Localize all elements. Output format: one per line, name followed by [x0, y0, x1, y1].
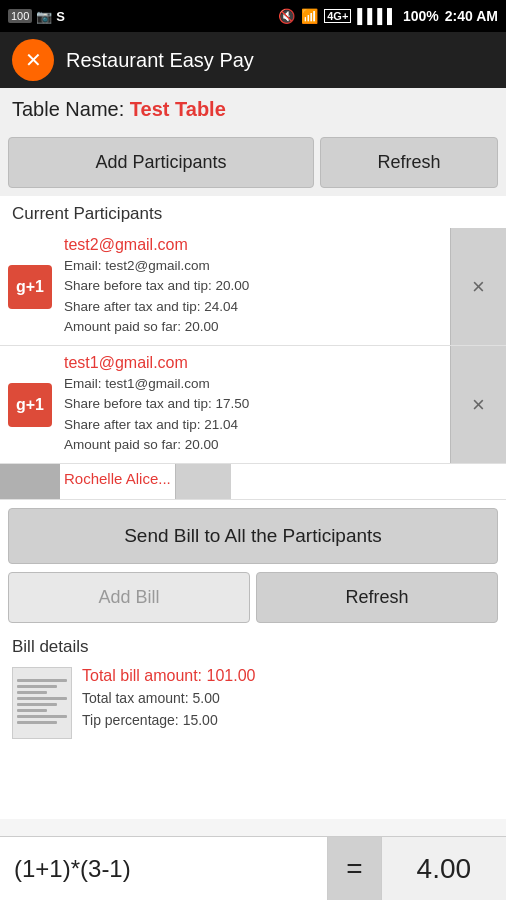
participant-share-before-1: Share before tax and tip: 20.00 [64, 276, 446, 296]
bill-thumbnail [12, 667, 72, 739]
participant-avatar-1: g+1 [0, 228, 60, 345]
table-name-value: Test Table [130, 98, 226, 120]
s-icon: S [56, 9, 65, 24]
camera-icon: 📷 [36, 9, 52, 24]
app-bar: ✕ Restaurant Easy Pay [0, 32, 506, 88]
equals-icon: = [346, 853, 362, 885]
main-content: Table Name: Test Table Add Participants … [0, 88, 506, 819]
send-bill-button[interactable]: Send Bill to All the Participants [8, 508, 498, 564]
status-bar-right: 🔇 📶 4G+ ▌▌▌▌ 100% 2:40 AM [278, 8, 498, 24]
participant-amount-paid-2: Amount paid so far: 20.00 [64, 435, 446, 455]
partial-avatar [0, 464, 60, 500]
participant-avatar-2: g+1 [0, 346, 60, 463]
thumb-line-6 [17, 709, 47, 712]
thumb-line-1 [17, 679, 67, 682]
bill-thumbnail-lines [13, 675, 71, 731]
participant-share-before-2: Share before tax and tip: 17.50 [64, 394, 446, 414]
participant-email-detail-2: Email: test1@gmail.com [64, 374, 446, 394]
participant-share-after-1: Share after tax and tip: 24.04 [64, 297, 446, 317]
bill-total-amount: Total bill amount: 101.00 [82, 667, 494, 685]
bill-details-row: Total bill amount: 101.00 Total tax amou… [0, 661, 506, 749]
thumb-line-3 [17, 691, 47, 694]
bill-buttons-row: Add Bill Refresh [0, 568, 506, 631]
calc-spacer [0, 749, 506, 819]
app-title: Restaurant Easy Pay [66, 49, 254, 72]
lte-icon: 4G+ [324, 9, 351, 23]
notification-icon: 100 [8, 9, 32, 23]
calculator-result: 4.00 [382, 837, 506, 900]
thumb-line-2 [17, 685, 57, 688]
close-icon-2: × [472, 392, 485, 418]
status-bar-left: 100 📷 S [8, 9, 65, 24]
thumb-line-4 [17, 697, 67, 700]
participant-item: g+1 test2@gmail.com Email: test2@gmail.c… [0, 228, 506, 346]
time-display: 2:40 AM [445, 8, 498, 24]
participant-share-after-2: Share after tax and tip: 21.04 [64, 415, 446, 435]
remove-participant-2-button[interactable]: × [450, 346, 506, 463]
close-icon-1: × [472, 274, 485, 300]
top-buttons-row: Add Participants Refresh [0, 129, 506, 196]
gplus-icon-2: g+1 [8, 383, 52, 427]
bill-tip-percentage: Tip percentage: 15.00 [82, 709, 494, 731]
participant-email-2: test1@gmail.com [64, 354, 446, 372]
refresh-top-button[interactable]: Refresh [320, 137, 498, 188]
gplus-icon-1: g+1 [8, 265, 52, 309]
thumb-line-7 [17, 715, 67, 718]
participant-info-2: test1@gmail.com Email: test1@gmail.com S… [60, 346, 450, 463]
participant-email-detail-1: Email: test2@gmail.com [64, 256, 446, 276]
current-participants-label: Current Participants [0, 196, 506, 228]
gplus-label-1: g+1 [16, 278, 44, 296]
thumb-line-8 [17, 721, 57, 724]
mute-icon: 🔇 [278, 8, 295, 24]
participant-amount-paid-1: Amount paid so far: 20.00 [64, 317, 446, 337]
status-bar: 100 📷 S 🔇 📶 4G+ ▌▌▌▌ 100% 2:40 AM [0, 0, 506, 32]
bill-info: Total bill amount: 101.00 Total tax amou… [82, 667, 494, 732]
calculator-bar: = 4.00 [0, 836, 506, 900]
wifi-icon: 📶 [301, 8, 318, 24]
add-bill-button[interactable]: Add Bill [8, 572, 250, 623]
app-icon: ✕ [12, 39, 54, 81]
remove-participant-1-button[interactable]: × [450, 228, 506, 345]
battery-icon: 100% [403, 8, 439, 24]
participant-email-1: test2@gmail.com [64, 236, 446, 254]
gplus-label-2: g+1 [16, 396, 44, 414]
signal-icon: ▌▌▌▌ [357, 8, 397, 24]
partial-info: Rochelle Alice... [60, 464, 175, 493]
bill-tax-amount: Total tax amount: 5.00 [82, 687, 494, 709]
table-name-label: Table Name: [12, 98, 124, 120]
bill-details-label: Bill details [0, 631, 506, 661]
calculator-expression-input[interactable] [0, 837, 328, 900]
partial-remove [175, 464, 231, 500]
thumb-line-5 [17, 703, 57, 706]
refresh-bottom-button[interactable]: Refresh [256, 572, 498, 623]
add-participants-button[interactable]: Add Participants [8, 137, 314, 188]
restaurant-icon: ✕ [25, 48, 42, 72]
participant-partial: Rochelle Alice... [0, 464, 506, 500]
calculator-equals-button[interactable]: = [328, 837, 382, 900]
table-name-row: Table Name: Test Table [0, 88, 506, 129]
participant-item-2: g+1 test1@gmail.com Email: test1@gmail.c… [0, 346, 506, 464]
participant-info-1: test2@gmail.com Email: test2@gmail.com S… [60, 228, 450, 345]
